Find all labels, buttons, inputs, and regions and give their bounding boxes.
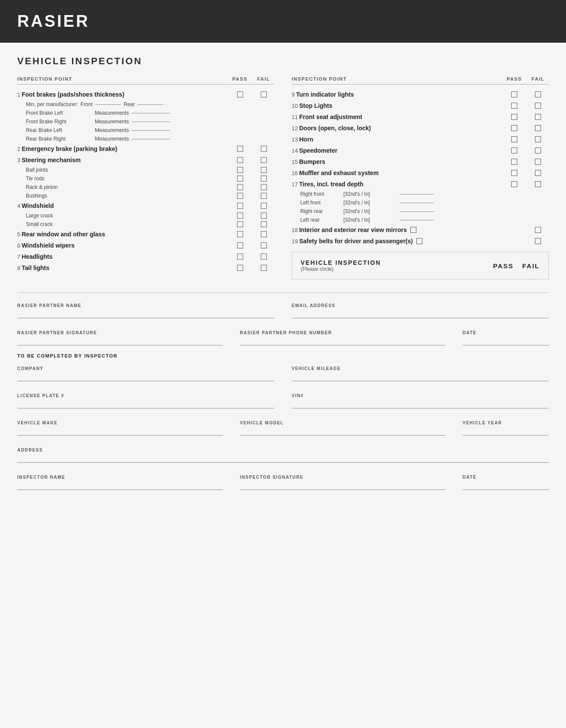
item-8-pass-checkbox[interactable] — [237, 265, 243, 271]
item-5-fail-checkbox[interactable] — [261, 231, 267, 237]
inspector-date-label: DATE — [463, 475, 549, 480]
item-3-rack-pinion-pass[interactable] — [237, 184, 243, 190]
item-10-pass-checkbox[interactable] — [511, 103, 517, 109]
partner-name-input[interactable] — [17, 309, 275, 318]
email-field: EMAIL ADDRESS — [292, 299, 549, 320]
fail-group: FAIL — [522, 262, 540, 270]
email-input[interactable] — [292, 309, 549, 318]
inspector-name-input[interactable] — [17, 480, 223, 490]
item-7-pass-checkbox[interactable] — [237, 254, 243, 260]
item-11-number: 11 — [292, 114, 298, 120]
item-2-fail-checkbox[interactable] — [261, 146, 267, 152]
item-4-small-crack-fail[interactable] — [261, 221, 267, 227]
front-line — [95, 104, 121, 105]
item-18-fail-checkbox[interactable] — [535, 227, 541, 233]
date-field-1: DATE — [463, 326, 549, 347]
item-1-fail-checkbox[interactable] — [261, 91, 267, 97]
item-4-small-crack-pass[interactable] — [237, 221, 243, 227]
item-14-fail-checkbox[interactable] — [535, 147, 541, 154]
vin-input[interactable] — [292, 399, 549, 408]
year-field: VEHICLE YEAR — [463, 416, 549, 437]
item-17-pass-checkbox[interactable] — [511, 181, 517, 187]
model-field: VEHICLE MODEL — [240, 416, 446, 437]
address-input[interactable] — [17, 453, 549, 463]
item-18-number: 18 — [292, 227, 298, 233]
item-5-pass-checkbox[interactable] — [237, 231, 243, 237]
item-6-pass-checkbox[interactable] — [237, 242, 243, 248]
phone-input[interactable] — [240, 336, 446, 345]
item-12-pass-checkbox[interactable] — [511, 125, 517, 131]
tire-left-rear: Left rear [32nd's / In] — [292, 216, 549, 224]
item-11-fail-checkbox[interactable] — [535, 114, 541, 120]
item-13-fail-checkbox[interactable] — [535, 136, 541, 142]
item-3-fail-checkbox[interactable] — [261, 157, 267, 163]
item-9-fail-checkbox[interactable] — [535, 91, 541, 97]
item-10-fail-checkbox[interactable] — [535, 103, 541, 109]
item-1-min-per: Min. per manufacturer: Front Rear — [17, 100, 275, 109]
item-1-front-brake-left: Front Brake Left Measurements — [17, 109, 275, 117]
mileage-input[interactable] — [292, 372, 549, 381]
item-4-fail-checkbox[interactable] — [261, 203, 267, 209]
item-12-label: Doors (open, close, lock) — [299, 125, 371, 132]
make-input[interactable] — [17, 426, 223, 436]
item-6-number: 6 — [17, 242, 20, 249]
form-row-inspector-sig-date: INSPECTOR NAME INSPECTOR SIGNATURE DATE — [17, 471, 549, 492]
partner-name-label: RASIER PARTNER NAME — [17, 303, 275, 308]
inspector-date-input[interactable] — [463, 480, 549, 490]
inspection-grid: INSPECTION POINT PASS FAIL 1 Foot brakes… — [17, 76, 549, 279]
item-3-label: Steering mechanism — [22, 157, 81, 163]
item-4-small-crack: Small crack — [17, 220, 275, 229]
item-19-pass-checkbox[interactable] — [416, 238, 422, 244]
model-input[interactable] — [240, 426, 446, 436]
date-input-1[interactable] — [463, 336, 549, 345]
inspector-sig-input[interactable] — [240, 480, 446, 490]
signature-input[interactable] — [17, 336, 223, 345]
item-4-large-crack-pass[interactable] — [237, 213, 243, 219]
item-3-ball-joints-fail[interactable] — [261, 167, 267, 173]
item-19-fail-checkbox[interactable] — [535, 238, 541, 244]
item-11-label: Front seat adjustment — [299, 113, 362, 120]
item-9: 9 Turn indicator lights — [292, 89, 549, 100]
min-per-label: Min. per manufacturer: — [26, 101, 78, 107]
item-18-pass-checkbox[interactable] — [410, 227, 416, 233]
item-5: 5 Rear window and other glass — [17, 229, 275, 240]
item-3-ball-joints-pass[interactable] — [237, 167, 243, 173]
item-1-pass-checkbox[interactable] — [237, 91, 243, 97]
item-10-label: Stop Lights — [299, 102, 332, 109]
item-2-pass-checkbox[interactable] — [237, 146, 243, 152]
item-17-fail-checkbox[interactable] — [535, 181, 541, 187]
item-19-number: 19 — [292, 238, 298, 245]
item-9-pass-checkbox[interactable] — [511, 91, 517, 97]
item-3-bushings-fail[interactable] — [261, 193, 267, 199]
email-label: EMAIL ADDRESS — [292, 303, 549, 308]
item-3-rack-pinion-fail[interactable] — [261, 184, 267, 190]
item-15-pass-checkbox[interactable] — [511, 159, 517, 165]
year-input[interactable] — [463, 426, 549, 436]
item-16-fail-checkbox[interactable] — [535, 170, 541, 176]
item-3-bushings-pass[interactable] — [237, 193, 243, 199]
item-16-number: 16 — [292, 170, 298, 176]
item-16-pass-checkbox[interactable] — [511, 170, 517, 176]
license-input[interactable] — [17, 399, 275, 408]
item-4-large-crack-fail[interactable] — [261, 213, 267, 219]
item-12-fail-checkbox[interactable] — [535, 125, 541, 131]
form-row-company-mileage: COMPANY VEHICLE MILEAGE — [17, 362, 549, 383]
item-3-tie-rods-pass[interactable] — [237, 176, 243, 182]
inspector-sig-label: INSPECTOR SIGNATURE — [240, 475, 446, 480]
item-13-pass-checkbox[interactable] — [511, 136, 517, 142]
item-3-tie-rods-fail[interactable] — [261, 176, 267, 182]
item-7-fail-checkbox[interactable] — [261, 254, 267, 260]
header: RASIER — [0, 0, 566, 43]
item-4-number: 4 — [17, 203, 20, 209]
item-4-pass-checkbox[interactable] — [237, 203, 243, 209]
company-input[interactable] — [17, 372, 275, 381]
item-3-pass-checkbox[interactable] — [237, 157, 243, 163]
item-8-fail-checkbox[interactable] — [261, 265, 267, 271]
item-14-pass-checkbox[interactable] — [511, 147, 517, 154]
left-col-header: INSPECTION POINT PASS FAIL — [17, 76, 275, 85]
item-6-fail-checkbox[interactable] — [261, 242, 267, 248]
item-15-fail-checkbox[interactable] — [535, 159, 541, 165]
item-11-pass-checkbox[interactable] — [511, 114, 517, 120]
year-label: VEHICLE YEAR — [463, 420, 549, 425]
item-17-number: 17 — [292, 181, 298, 188]
